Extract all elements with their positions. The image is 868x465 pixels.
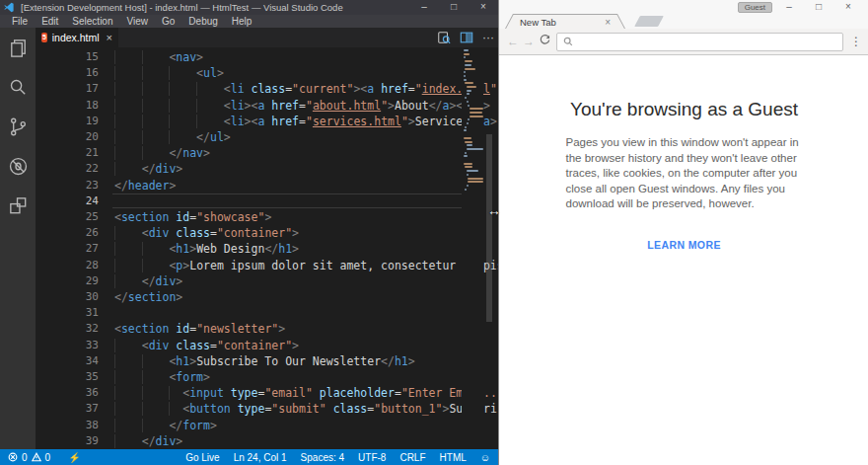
code-line-30[interactable]: 30</section> — [36, 289, 498, 305]
code-line-19[interactable]: 19 <li><a href="services.html">Services<… — [36, 114, 498, 129]
close-button[interactable]: × — [469, 0, 498, 15]
line-number: 18 — [36, 98, 99, 114]
address-bar[interactable] — [556, 33, 843, 51]
activitybar-source-control-icon[interactable] — [0, 107, 36, 146]
menu-view[interactable]: View — [120, 16, 156, 27]
browser-minimize-button[interactable]: – — [774, 0, 804, 14]
code-line-25[interactable]: 25<section id="showcase"> — [36, 209, 498, 225]
learn-more-link[interactable]: LEARN MORE — [499, 239, 868, 251]
code-line-27[interactable]: 27 <h1>Web Design</h1> — [36, 241, 498, 257]
menu-file[interactable]: File — [5, 16, 35, 27]
code-editor[interactable]: 15 <nav>16 <ul>17 <li class="current"><a… — [36, 47, 498, 449]
status-html[interactable]: HTML — [440, 452, 467, 463]
code-line-16[interactable]: 16 <ul> — [36, 65, 498, 81]
guest-badge[interactable]: Guest — [738, 2, 772, 13]
menu-debug[interactable]: Debug — [181, 16, 224, 27]
reload-icon[interactable] — [537, 34, 552, 49]
line-number: 38 — [36, 418, 99, 433]
activitybar-files-icon[interactable] — [0, 28, 36, 67]
line-number: 23 — [36, 178, 99, 194]
browser-close-button[interactable]: × — [833, 0, 863, 14]
code-line-26[interactable]: 26 <div class="container"> — [36, 225, 498, 241]
maximize-button[interactable]: □ — [439, 0, 469, 15]
code-line-34[interactable]: 34 <h1>Subscribe To Our Newsletter</h1> — [36, 353, 498, 369]
code-text: </nav> — [114, 145, 498, 161]
code-line-31[interactable]: 31 — [36, 305, 498, 321]
tab-index-html[interactable]: 5 index.html × — [36, 28, 118, 47]
warnings-icon — [32, 452, 41, 463]
smiley-icon[interactable]: ☺ — [480, 452, 490, 463]
vscode-titlebar[interactable]: [Extension Development Host] - index.htm… — [0, 0, 498, 15]
status-go-live[interactable]: Go Live — [185, 452, 219, 463]
editor-scrollbar[interactable] — [485, 47, 493, 449]
line-number: 19 — [36, 114, 99, 129]
minimize-button[interactable]: – — [409, 0, 439, 15]
line-number: 21 — [36, 145, 99, 161]
activitybar-debug-icon[interactable] — [0, 146, 36, 186]
browser-menu-icon[interactable]: ⋮ — [849, 35, 863, 48]
feedback-bolt-icon[interactable]: ⚡ — [68, 452, 80, 463]
code-line-28[interactable]: 28 <p>Lorem ipsum dolor sit amet, consec… — [36, 258, 498, 273]
code-line-20[interactable]: 20 </ul> — [36, 129, 498, 145]
code-line-18[interactable]: 18 <li><a href="about.html">About</a></l… — [36, 98, 498, 114]
line-number: 39 — [36, 433, 99, 449]
browser-content: You're browsing as a Guest Pages you vie… — [499, 55, 868, 465]
address-input[interactable] — [578, 37, 836, 47]
guest-body-text: Pages you view in this window won't appe… — [566, 135, 803, 212]
split-editor-icon[interactable] — [460, 31, 473, 45]
code-line-23[interactable]: 23</header> — [36, 178, 498, 194]
code-text: <h1>Subscribe To Our Newsletter</h1> — [114, 353, 498, 369]
browser-tab[interactable]: New Tab × — [505, 14, 625, 29]
tab-close-icon[interactable]: × — [107, 32, 112, 43]
back-icon[interactable]: ← — [505, 35, 521, 48]
vscode-window-controls: – □ × — [409, 0, 498, 15]
status-problems[interactable]: 0 0 ⚡ — [0, 452, 81, 463]
browser-titlebar[interactable]: Guest – □ × — [499, 0, 868, 14]
code-text: <h1>Web Design</h1> — [114, 241, 498, 257]
code-text — [114, 305, 498, 321]
scrollbar-thumb[interactable] — [486, 134, 492, 322]
code-text: <nav> — [114, 49, 498, 65]
code-line-32[interactable]: 32<section id="newsletter"> — [36, 321, 498, 337]
tab-label: index.html — [52, 32, 100, 43]
status-ln-24-col-1[interactable]: Ln 24, Col 1 — [234, 452, 287, 463]
status-utf-8[interactable]: UTF-8 — [358, 452, 386, 463]
code-line-22[interactable]: 22 </div> — [36, 161, 498, 177]
code-line-21[interactable]: 21 </nav> — [36, 145, 498, 161]
editor-actions: ··· — [437, 28, 494, 47]
activitybar-extensions-icon[interactable] — [0, 186, 36, 225]
code-line-37[interactable]: 37 <button type="submit" class="button_1… — [36, 401, 498, 417]
menu-selection[interactable]: Selection — [65, 16, 119, 27]
menu-go[interactable]: Go — [155, 16, 181, 27]
line-number: 27 — [36, 241, 99, 257]
menu-bar: FileEditSelectionViewGoDebugHelp — [0, 15, 498, 28]
menu-edit[interactable]: Edit — [35, 16, 65, 27]
activitybar-search-icon[interactable] — [0, 67, 36, 107]
code-line-33[interactable]: 33 <div class="container"> — [36, 338, 498, 353]
minimap[interactable] — [462, 47, 483, 449]
code-line-15[interactable]: 15 <nav> — [36, 49, 498, 65]
code-text: </ul> — [114, 129, 498, 145]
code-line-35[interactable]: 35 <form> — [36, 369, 498, 385]
code-line-38[interactable]: 38 </form> — [36, 418, 498, 433]
code-line-24[interactable]: 24 — [36, 194, 498, 209]
resize-cursor: ↔ — [487, 202, 501, 218]
line-number: 34 — [36, 353, 99, 369]
status-crlf[interactable]: CRLF — [399, 452, 425, 463]
code-line-29[interactable]: 29 </div> — [36, 273, 498, 289]
code-line-36[interactable]: 36 <input type="email" placeholder="Ente… — [36, 385, 498, 401]
line-number: 26 — [36, 225, 99, 241]
line-number: 31 — [36, 305, 99, 321]
code-line-17[interactable]: 17 <li class="current"><a href="index.ht… — [36, 81, 498, 97]
open-preview-icon[interactable] — [437, 31, 451, 45]
new-tab-button[interactable] — [634, 16, 664, 27]
code-line-39[interactable]: 39 </div> — [36, 433, 498, 449]
errors-icon — [8, 452, 18, 463]
status-spaces-4[interactable]: Spaces: 4 — [301, 452, 344, 463]
menu-help[interactable]: Help — [225, 16, 259, 27]
forward-icon[interactable]: → — [521, 35, 537, 48]
browser-tab-close-icon[interactable]: × — [605, 17, 611, 28]
line-number: 28 — [36, 258, 99, 273]
more-actions-icon[interactable]: ··· — [482, 33, 494, 42]
browser-maximize-button[interactable]: □ — [804, 0, 833, 14]
